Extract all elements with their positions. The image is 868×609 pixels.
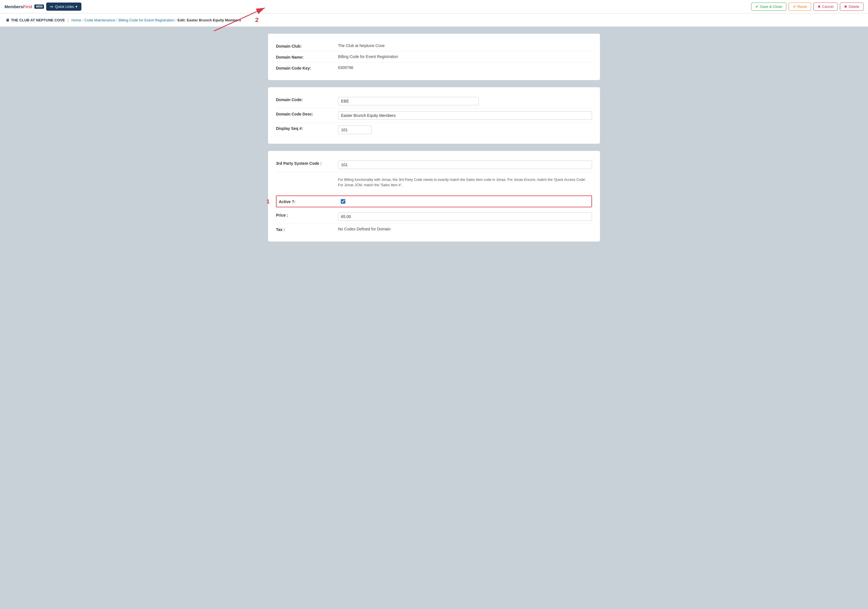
breadcrumb-links: Home / Code Maintenance / Billing Code f…	[71, 18, 241, 22]
domain-code-key-label: Domain Code Key:	[276, 65, 338, 70]
cancel-label: Cancel	[822, 5, 833, 9]
mrm-badge: MRM	[34, 5, 44, 9]
nav-actions: ✔ Save & Close ↺ Reset ✖ Cancel ✖ Delete	[751, 3, 863, 11]
price-label: Price :	[276, 212, 338, 217]
active-label: Active ?:	[279, 199, 341, 204]
display-seq-row: Display Seq #:	[276, 123, 592, 137]
check-icon: ✔	[755, 5, 758, 9]
domain-code-desc-label: Domain Code Desc:	[276, 111, 338, 116]
main-content: Domain Club: The Club at Neptune Cove Do…	[259, 27, 609, 255]
annotation-badge-1: 1	[267, 198, 270, 205]
logo-area: MembersFirst MRM ⇔ Quick Links ▾	[5, 3, 81, 11]
domain-club-value: The Club at Neptune Cove	[338, 43, 592, 48]
domain-code-form-label: Domain Code:	[276, 97, 338, 102]
club-label: 🖥 THE CLUB AT NEPTUNE COVE	[6, 18, 65, 22]
display-seq-label: Display Seq #:	[276, 126, 338, 131]
cancel-button[interactable]: ✖ Cancel	[813, 3, 838, 11]
billing-form-card: 3rd Party System Code : For Billing func…	[268, 151, 600, 242]
active-checkbox[interactable]	[341, 199, 345, 204]
domain-form-card: Domain Code: Domain Code Desc: Display S…	[268, 87, 600, 144]
tax-label: Tax :	[276, 227, 338, 232]
billing-info-text: For Billing functionality with Jonas, th…	[338, 175, 592, 190]
domain-code-row: Domain Code:	[276, 94, 592, 108]
quick-links-icon: ⇔	[50, 5, 53, 9]
save-close-button[interactable]: ✔ Save & Close	[751, 3, 786, 11]
domain-code-desc-input[interactable]	[338, 111, 592, 120]
third-party-code-label: 3rd Party System Code :	[276, 161, 338, 166]
third-party-code-input[interactable]	[338, 161, 592, 169]
domain-code-key-row: Domain Code Key: 6309796	[276, 62, 592, 73]
monitor-icon: 🖥	[6, 18, 9, 22]
breadcrumb-code-maintenance[interactable]: Code Maintenance	[84, 18, 115, 22]
domain-name-label: Domain Name:	[276, 54, 338, 59]
domain-name-row: Domain Name: Billing Code for Event Regi…	[276, 51, 592, 62]
club-name: THE CLUB AT NEPTUNE COVE	[11, 18, 65, 22]
breadcrumb-bar: 🖥 THE CLUB AT NEPTUNE COVE | Home / Code…	[0, 14, 868, 27]
domain-code-input[interactable]	[338, 97, 479, 105]
app-logo: MembersFirst	[5, 4, 32, 9]
price-row: Price :	[276, 209, 592, 224]
domain-code-key-value: 6309796	[338, 65, 592, 70]
top-nav: MembersFirst MRM ⇔ Quick Links ▾ ✔ Save …	[0, 0, 868, 14]
info-text-row: For Billing functionality with Jonas, th…	[276, 172, 592, 193]
active-section: 1 Active ?:	[276, 193, 592, 209]
display-seq-input[interactable]	[338, 126, 372, 134]
delete-button[interactable]: ✖ Delete	[840, 3, 863, 11]
breadcrumb-current-page: Edit: Easter Brunch Equity Members	[178, 18, 241, 22]
breadcrumb-billing-code[interactable]: Billing Code for Event Registration	[119, 18, 174, 22]
price-input[interactable]	[338, 212, 592, 221]
annotation-badge-2: 2	[255, 16, 259, 23]
quick-links-button[interactable]: ⇔ Quick Links ▾	[46, 3, 81, 11]
domain-club-label: Domain Club:	[276, 43, 338, 48]
third-party-code-row: 3rd Party System Code :	[276, 158, 592, 172]
domain-info-card: Domain Club: The Club at Neptune Cove Do…	[268, 34, 600, 80]
active-row: Active ?:	[276, 195, 592, 207]
domain-name-value: Billing Code for Event Registration	[338, 54, 592, 59]
breadcrumb-separator: |	[68, 18, 68, 22]
cancel-icon: ✖	[818, 5, 821, 9]
breadcrumb-home[interactable]: Home	[71, 18, 81, 22]
delete-label: Delete	[849, 5, 859, 9]
save-close-label: Save & Close	[760, 5, 782, 9]
domain-code-desc-row: Domain Code Desc:	[276, 108, 592, 123]
reset-label: Reset	[797, 5, 807, 9]
reset-icon: ↺	[793, 5, 796, 9]
reset-button[interactable]: ↺ Reset	[789, 3, 811, 11]
tax-value: No Codes Defined for Domain	[338, 227, 592, 231]
tax-row: Tax : No Codes Defined for Domain	[276, 224, 592, 235]
quick-links-label: Quick Links	[55, 5, 74, 9]
domain-club-row: Domain Club: The Club at Neptune Cove	[276, 40, 592, 51]
chevron-down-icon: ▾	[76, 5, 78, 9]
delete-icon: ✖	[844, 5, 847, 9]
